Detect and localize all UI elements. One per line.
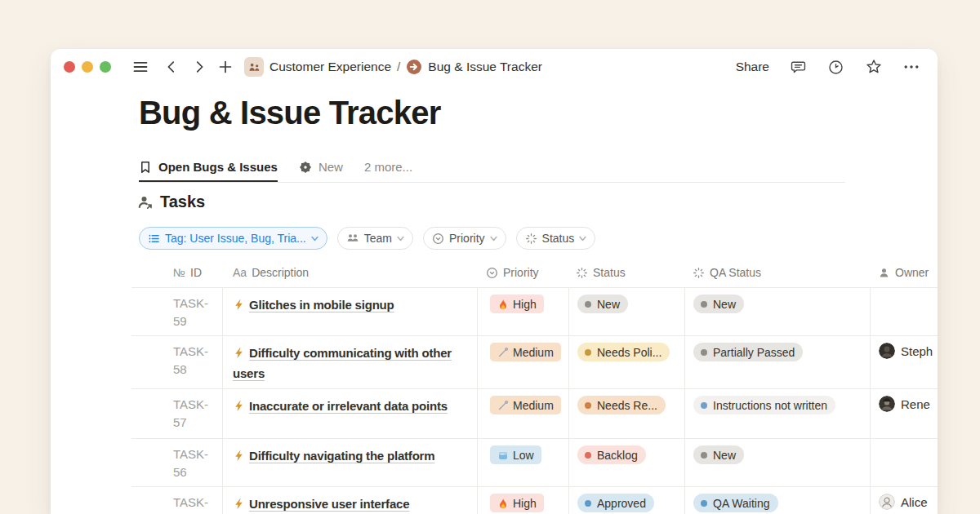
filter-chip-status[interactable]: Status — [516, 227, 596, 250]
cell-priority[interactable]: Low — [478, 439, 569, 486]
cell-owner[interactable]: Alice — [871, 487, 938, 514]
priority-tag[interactable]: Medium — [490, 343, 561, 361]
cell-id[interactable]: TASK-56 — [131, 439, 223, 486]
page-title: Bug & Issue Tracker — [139, 93, 440, 132]
more-ellipsis-icon[interactable] — [903, 59, 920, 75]
cell-status[interactable]: Needs Poli... — [569, 336, 685, 388]
priority-tag[interactable]: High — [490, 295, 544, 313]
cell-qa-status[interactable]: New — [685, 439, 871, 486]
task-link[interactable]: Unresponsive user interface — [249, 497, 409, 511]
owner-name: Alice — [901, 495, 928, 509]
column-header-status[interactable]: Status — [569, 258, 685, 287]
new-page-plus-icon[interactable] — [218, 60, 233, 74]
fire-icon — [497, 498, 509, 509]
status-pill[interactable]: Backlog — [577, 445, 646, 464]
status-burst-icon — [525, 233, 537, 245]
lightning-bolt-icon — [233, 398, 245, 417]
breadcrumb-workspace[interactable]: Customer Experience — [270, 60, 391, 74]
cell-qa-status[interactable]: Partially Passed — [685, 336, 871, 388]
status-pill[interactable]: Approved — [577, 494, 654, 512]
cell-owner[interactable] — [871, 439, 938, 486]
avatar — [879, 343, 895, 359]
filter-chip-tag[interactable]: Tag: User Issue, Bug, Tria... — [139, 227, 327, 250]
cell-status[interactable]: Backlog — [569, 439, 685, 486]
history-clock-icon[interactable] — [827, 59, 844, 76]
cell-description[interactable]: Unresponsive user interface — [223, 487, 478, 514]
task-link[interactable]: Glitches in mobile signup — [249, 298, 394, 312]
breadcrumb-page[interactable]: Bug & Issue Tracker — [428, 60, 542, 74]
filter-chip-team[interactable]: Team — [337, 227, 413, 250]
page-arrow-circle-icon[interactable] — [406, 59, 422, 75]
status-pill[interactable]: New — [693, 295, 744, 313]
status-dot-icon — [701, 452, 707, 459]
status-pill[interactable]: Partially Passed — [693, 343, 803, 361]
cell-id[interactable]: TASK-58 — [131, 336, 223, 388]
cell-qa-status[interactable]: Instructions not written — [685, 389, 871, 438]
cell-description[interactable]: Glitches in mobile signup — [223, 288, 478, 335]
forward-icon[interactable] — [192, 60, 207, 74]
cell-priority[interactable]: High — [478, 288, 569, 335]
status-pill[interactable]: Instructions not written — [693, 396, 835, 414]
status-pill[interactable]: Needs Poli... — [577, 343, 670, 361]
cell-priority[interactable]: Medium — [478, 389, 569, 438]
tab-label: New — [318, 160, 343, 174]
cell-owner[interactable] — [871, 288, 938, 335]
favorite-star-icon[interactable] — [865, 58, 883, 76]
cell-id[interactable]: TASK-57 — [131, 389, 223, 438]
priority-tag[interactable]: Medium — [490, 396, 561, 414]
cell-status[interactable]: Needs Re... — [569, 389, 685, 438]
menu-hamburger-icon[interactable] — [132, 59, 149, 75]
back-icon[interactable] — [164, 60, 179, 74]
cell-status[interactable]: Approved — [569, 487, 685, 514]
cell-description[interactable]: Inaccurate or irrelevant data points — [223, 389, 478, 438]
cell-priority[interactable]: High — [478, 487, 569, 514]
cell-owner[interactable]: Steph — [871, 336, 938, 388]
filter-chip-label: Tag: User Issue, Bug, Tria... — [165, 232, 306, 245]
status-burst-icon — [693, 267, 705, 279]
table-row: TASK-57 Inaccurate or irrelevant data po… — [131, 388, 938, 438]
status-pill[interactable]: New — [693, 445, 744, 464]
filter-chip-label: Priority — [449, 232, 485, 245]
status-pill[interactable]: Needs Re... — [577, 396, 666, 414]
priority-tag[interactable]: High — [490, 494, 544, 512]
tab-new[interactable]: New — [299, 153, 343, 182]
priority-tag[interactable]: Low — [490, 445, 541, 464]
cell-priority[interactable]: Medium — [478, 336, 569, 388]
comments-icon[interactable] — [790, 59, 807, 76]
needle-icon — [497, 347, 509, 358]
minimize-window-button[interactable] — [82, 61, 93, 73]
breadcrumb: Customer Experience / Bug & Issue Tracke… — [244, 57, 542, 77]
cell-qa-status[interactable]: QA Waiting — [685, 487, 871, 514]
filter-chip-priority[interactable]: Priority — [423, 227, 506, 250]
column-header-owner[interactable]: Owner — [871, 258, 938, 287]
task-link[interactable]: Difficulty communicating with other user… — [233, 346, 452, 380]
status-dot-icon — [585, 301, 591, 308]
column-header-id[interactable]: № ID — [131, 258, 223, 287]
cell-owner[interactable]: Rene — [871, 389, 938, 438]
cell-qa-status[interactable]: New — [685, 288, 871, 335]
tab-more[interactable]: 2 more... — [364, 153, 412, 182]
cell-id[interactable]: TASK-59 — [131, 288, 223, 335]
cell-id[interactable]: TASK- — [131, 487, 223, 514]
cell-description[interactable]: Difficulty communicating with other user… — [223, 336, 478, 388]
cell-description[interactable]: Difficulty navigating the platform — [223, 439, 478, 486]
column-header-description[interactable]: Aa Description — [223, 258, 478, 287]
zoom-window-button[interactable] — [100, 61, 111, 73]
numero-icon: № — [173, 266, 185, 279]
status-dot-icon — [701, 500, 707, 507]
column-header-priority[interactable]: Priority — [478, 258, 569, 287]
share-button[interactable]: Share — [736, 60, 769, 74]
status-pill[interactable]: New — [577, 295, 628, 313]
cell-status[interactable]: New — [569, 288, 685, 335]
table-row: TASK- Unresponsive user interface High A… — [131, 486, 938, 514]
bookmark-icon — [139, 161, 152, 174]
task-link[interactable]: Difficulty navigating the platform — [249, 449, 434, 463]
status-pill[interactable]: QA Waiting — [693, 494, 778, 512]
tabs-divider — [139, 182, 845, 183]
close-window-button[interactable] — [64, 61, 75, 73]
tab-open-bugs-issues[interactable]: Open Bugs & Issues — [139, 153, 278, 182]
task-link[interactable]: Inaccurate or irrelevant data points — [249, 399, 448, 413]
workspace-people-icon[interactable] — [244, 57, 264, 77]
column-header-qa-status[interactable]: QA Status — [685, 258, 871, 287]
lightning-bolt-icon — [233, 297, 245, 316]
